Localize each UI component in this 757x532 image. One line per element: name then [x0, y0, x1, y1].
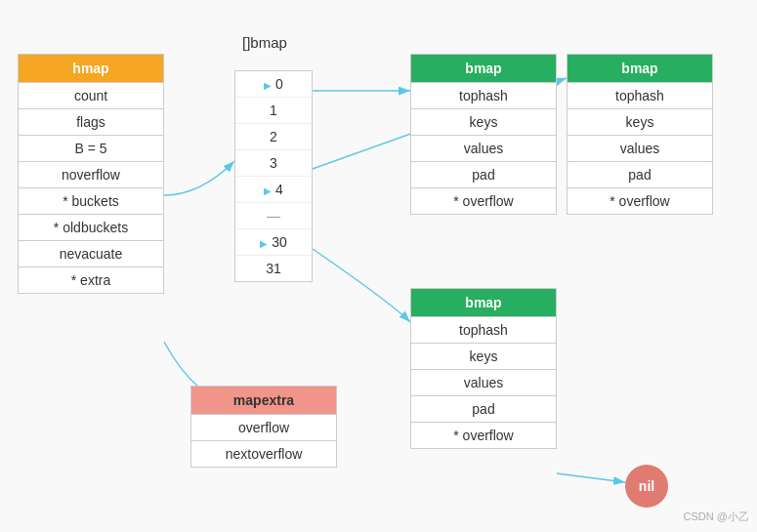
hmap-row-nevacuate: nevacuate	[19, 240, 163, 266]
bmap-tr-tophash: tophash	[568, 82, 712, 108]
array-row-2: 2	[235, 124, 312, 150]
hmap-row-b: B = 5	[19, 135, 163, 161]
hmap-header: hmap	[19, 55, 163, 82]
bmap-bc-pad: pad	[411, 395, 556, 422]
mapextra-box: mapextra overflow nextoverflow	[190, 386, 337, 468]
bmap-tr-keys: keys	[568, 108, 712, 135]
array-row-30: ▶ 30	[235, 229, 312, 256]
bmap-tc-keys: keys	[411, 108, 556, 135]
bmap-array-box: ▶ 0 1 2 3 ▶ 4 — ▶ 30 31	[234, 70, 313, 282]
bmap-tc-overflow: * overflow	[411, 187, 556, 214]
mapextra-nextoverflow: nextoverflow	[191, 440, 336, 467]
bmap-tr-values: values	[568, 135, 712, 161]
hmap-row-buckets: * buckets	[19, 187, 163, 214]
bmap-bc-header: bmap	[411, 289, 556, 316]
array-row-31: 31	[235, 256, 312, 281]
hmap-row-extra: * extra	[19, 266, 163, 293]
bmap-tc-header: bmap	[411, 55, 556, 82]
array-row-0: ▶ 0	[235, 71, 312, 98]
hmap-box: hmap count flags B = 5 noverflow * bucke…	[18, 54, 164, 294]
bmap-tr-pad: pad	[568, 161, 712, 187]
bmap-tc-box: bmap tophash keys values pad * overflow	[410, 54, 557, 215]
array-row-3: 3	[235, 150, 312, 177]
hmap-row-count: count	[19, 82, 163, 108]
bmap-tc-pad: pad	[411, 161, 556, 187]
bmap-bc-overflow: * overflow	[411, 422, 556, 448]
diagram-container: []bmap hmap count flags B = 5 noverflow …	[0, 0, 757, 532]
bmap-bc-box: bmap tophash keys values pad * overflow	[410, 288, 557, 449]
bmap-tr-header: bmap	[568, 55, 712, 82]
mapextra-header: mapextra	[191, 387, 336, 414]
nil-circle: nil	[625, 465, 668, 508]
bmap-tr-overflow: * overflow	[568, 187, 712, 214]
array-row-1: 1	[235, 98, 312, 124]
bmap-bc-tophash: tophash	[411, 316, 556, 343]
hmap-row-noverflow: noverflow	[19, 161, 163, 187]
nil-label: nil	[639, 478, 654, 494]
bmap-bc-values: values	[411, 369, 556, 395]
watermark: CSDN @小乙	[684, 510, 749, 524]
hmap-row-oldbuckets: * oldbuckets	[19, 214, 163, 240]
bmap-tc-values: values	[411, 135, 556, 161]
bmap-bc-keys: keys	[411, 343, 556, 369]
hmap-row-flags: flags	[19, 108, 163, 135]
array-row-ellipsis: —	[235, 203, 312, 229]
array-row-4: ▶ 4	[235, 177, 312, 203]
mapextra-overflow: overflow	[191, 414, 336, 440]
bmap-tc-tophash: tophash	[411, 82, 556, 108]
array-title: []bmap	[242, 34, 287, 51]
bmap-tr-box: bmap tophash keys values pad * overflow	[567, 54, 713, 215]
